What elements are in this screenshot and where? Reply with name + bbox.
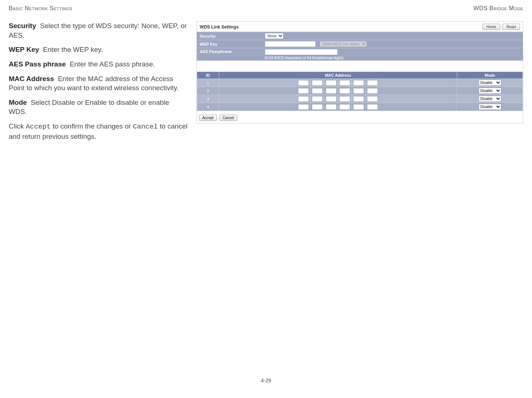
wds-screenshot: WDS Link Settings Home Reset Security No… <box>196 21 523 123</box>
row-id: 1 <box>197 79 219 87</box>
mac-octet-input[interactable] <box>339 88 350 94</box>
reset-button[interactable]: Reset <box>502 24 520 30</box>
mac-octet-input[interactable] <box>298 96 309 102</box>
mac-octet-input[interactable] <box>353 96 364 102</box>
col-id: ID <box>197 72 219 79</box>
row-mac: ::::: <box>219 103 457 111</box>
mode-select[interactable]: Disable <box>479 88 501 94</box>
mac-table: ID MAC Address Mode 1:::::Disable2:::::D… <box>197 72 523 111</box>
mac-colon: : <box>310 89 311 93</box>
row-mac: ::::: <box>219 95 457 103</box>
mode-select[interactable]: Disable <box>479 104 501 110</box>
mac-octet-input[interactable] <box>353 88 364 94</box>
row-mac: ::::: <box>219 87 457 95</box>
table-row: 1:::::Disable <box>197 79 523 87</box>
mac-colon: : <box>365 81 366 85</box>
mac-octet-input[interactable] <box>298 104 309 110</box>
desc-confirm-pre: Click <box>9 122 26 130</box>
aes-passphrase-input[interactable] <box>265 49 338 55</box>
mac-colon: : <box>337 105 339 109</box>
row-id: 2 <box>197 87 219 95</box>
cancel-button[interactable]: Cancel <box>219 115 237 121</box>
mac-octet-input[interactable] <box>326 96 337 102</box>
mac-octet-input[interactable] <box>367 88 378 94</box>
mac-octet-input[interactable] <box>326 104 337 110</box>
mac-octet-input[interactable] <box>312 104 323 110</box>
mac-colon: : <box>324 105 325 109</box>
row-mode: Disable <box>457 79 523 87</box>
mac-colon: : <box>365 89 366 93</box>
mac-octet-input[interactable] <box>339 80 350 86</box>
mac-octet-input[interactable] <box>339 96 350 102</box>
desc-wep-text: Enter the WEP key. <box>43 46 103 53</box>
mac-octet-input[interactable] <box>312 80 323 86</box>
mac-colon: : <box>337 89 339 93</box>
mac-colon: : <box>324 89 325 93</box>
accept-button[interactable]: Accept <box>199 115 217 121</box>
header-left: Basic Network Settings <box>9 5 72 12</box>
description-column: Security Select the type of WDS security… <box>9 21 188 378</box>
table-row: 4:::::Disable <box>197 103 523 111</box>
mac-octet-input[interactable] <box>339 104 350 110</box>
mac-octet-input[interactable] <box>367 96 378 102</box>
mac-octet-input[interactable] <box>298 88 309 94</box>
row-security-label: Security <box>197 33 263 39</box>
ss-title: WDS Link Settings <box>200 24 480 30</box>
table-row: 3:::::Disable <box>197 95 523 103</box>
mac-colon: : <box>365 97 366 101</box>
mode-select[interactable]: Disable <box>479 80 501 86</box>
mac-colon: : <box>351 105 352 109</box>
row-mac: ::::: <box>219 79 457 87</box>
mac-octet-input[interactable] <box>298 80 309 86</box>
mode-select[interactable]: Disable <box>479 96 501 102</box>
col-mac: MAC Address <box>219 72 457 79</box>
mac-octet-input[interactable] <box>353 80 364 86</box>
mac-octet-input[interactable] <box>312 88 323 94</box>
mac-colon: : <box>351 81 352 85</box>
mac-colon: : <box>324 81 325 85</box>
mac-colon: : <box>365 105 366 109</box>
security-select[interactable]: None <box>265 33 284 39</box>
mac-colon: : <box>337 97 339 101</box>
desc-wep-label: WEP Key <box>9 46 39 53</box>
mac-colon: : <box>310 97 311 101</box>
row-mode: Disable <box>457 95 523 103</box>
mac-octet-input[interactable] <box>367 80 378 86</box>
row-mode: Disable <box>457 87 523 95</box>
desc-mac-label: MAC Address <box>9 75 54 83</box>
wep-length-select[interactable]: 40/64-bit(10 hex digits) <box>319 41 367 47</box>
mac-octet-input[interactable] <box>326 88 337 94</box>
mac-colon: : <box>310 105 311 109</box>
row-wep-label: WEP Key <box>197 41 263 47</box>
mac-colon: : <box>337 81 339 85</box>
desc-security-label: Security <box>9 22 36 30</box>
header-right: WDS Bridge Mode <box>474 5 523 12</box>
row-mode: Disable <box>457 103 523 111</box>
mac-colon: : <box>351 97 352 101</box>
row-aes-label: AES Passphrase <box>197 48 263 55</box>
mac-octet-input[interactable] <box>326 80 337 86</box>
page-number: 4-29 <box>9 378 523 383</box>
desc-mode-label: Mode <box>9 99 27 106</box>
mac-colon: : <box>324 97 325 101</box>
aes-hint: (8-63 ASCII characters or 64 hexadecimal… <box>265 56 343 60</box>
desc-confirm-cancel: Cancel <box>133 123 158 131</box>
mac-colon: : <box>310 81 311 85</box>
desc-confirm-mid: to confirm the changes or <box>51 122 133 130</box>
home-button[interactable]: Home <box>482 24 500 30</box>
mac-octet-input[interactable] <box>367 104 378 110</box>
desc-aes-label: AES Pass phrase <box>9 60 66 68</box>
table-row: 2:::::Disable <box>197 87 523 95</box>
desc-confirm-accept: Accept <box>26 123 50 131</box>
mac-octet-input[interactable] <box>353 104 364 110</box>
desc-mode-text: Select Disable or Enable to disable or e… <box>9 99 169 116</box>
row-id: 4 <box>197 103 219 111</box>
col-mode: Mode <box>457 72 523 79</box>
mac-octet-input[interactable] <box>312 96 323 102</box>
mac-colon: : <box>351 89 352 93</box>
desc-aes-text: Enter the AES pass phrase. <box>70 60 155 68</box>
wep-key-input[interactable] <box>265 41 316 47</box>
row-id: 3 <box>197 95 219 103</box>
